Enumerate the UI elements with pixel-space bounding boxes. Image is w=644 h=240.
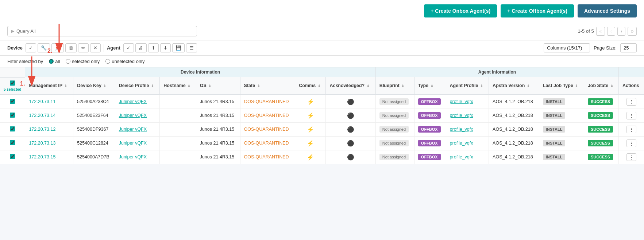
agent-profile-link-1[interactable]: profile_vqfx <box>450 113 473 118</box>
columns-dropdown[interactable]: Columns (15/17) <box>544 43 590 52</box>
row-checkbox-2[interactable] <box>10 126 15 131</box>
col-device-key[interactable]: Device Key ⇕ <box>73 77 115 95</box>
toolbar-wrench-button[interactable]: 🔧 <box>38 43 50 52</box>
cell-apstra-3: AOS_4.1.2_OB.218 <box>489 136 539 150</box>
col-os[interactable]: OS ⇕ <box>196 77 240 95</box>
ack-icon-3: ⚫ <box>347 140 354 146</box>
col-apstra-version[interactable]: Apstra Version ⇕ <box>489 77 539 95</box>
pagination-prev-button[interactable]: ‹ <box>607 27 615 36</box>
col-type[interactable]: Type ⇕ <box>414 77 446 95</box>
ip-link-1[interactable]: 172.20.73.14 <box>29 113 55 118</box>
table-row: 172.20.73.11 525400A238C4 Juniper vQFX J… <box>0 95 644 109</box>
cell-job-type-4: INSTALL <box>539 150 584 164</box>
row-checkbox-0[interactable] <box>10 99 15 104</box>
col-agent-profile[interactable]: Agent Profile ⇕ <box>446 77 489 95</box>
row-checkbox-1[interactable] <box>10 113 15 118</box>
select-all-checkbox[interactable] <box>10 80 15 86</box>
agent-profile-link-0[interactable]: profile_vqfx <box>450 99 473 104</box>
col-device-profile[interactable]: Device Profile ⇕ <box>115 77 160 95</box>
toolbar-trash-button[interactable]: 🗑 <box>65 43 77 52</box>
ip-link-3[interactable]: 172.20.73.13 <box>29 141 55 146</box>
profile-link-0[interactable]: Juniper vQFX <box>119 99 147 104</box>
create-onbox-button[interactable]: + Create Onbox Agent(s) <box>424 4 497 17</box>
cell-actions-4: ⋮ <box>618 150 644 164</box>
toolbar-agent-print-button[interactable]: 🖨 <box>135 43 147 52</box>
filter-selected-radio[interactable] <box>66 59 70 64</box>
toolbar-agent-download-button[interactable]: ⬇ <box>160 43 171 52</box>
toolbar-check-button[interactable]: ✓ <box>26 43 36 52</box>
advanced-settings-button[interactable]: Advanced Settings <box>578 4 637 17</box>
col-management-ip[interactable]: Management IP ⇕ <box>25 77 73 95</box>
cell-job-state-3: SUCCESS <box>584 136 618 150</box>
row-checkbox-cell-3[interactable] <box>0 136 25 150</box>
pagination-last-button[interactable]: » <box>628 27 637 36</box>
actions-menu-button-4[interactable]: ⋮ <box>626 153 636 161</box>
filter-selected-option[interactable]: selected only <box>66 59 100 64</box>
type-badge-4: OFFBOX <box>418 154 441 160</box>
cell-apstra-0: AOS_4.1.2_OB.218 <box>489 95 539 109</box>
col-comms[interactable]: Comms ⇕ <box>295 77 326 95</box>
search-input[interactable] <box>16 28 193 34</box>
toolbar-agent-upload-button[interactable]: ⬆ <box>148 43 159 52</box>
col-acknowledged[interactable]: Acknowledged? ⇕ <box>326 77 375 95</box>
cell-ip-1: 172.20.73.14 <box>25 109 73 122</box>
search-input-wrap[interactable]: ▶ <box>7 26 197 36</box>
filter-label: Filter selected by <box>7 59 43 64</box>
toolbar-agent-save-button[interactable]: 💾 <box>172 43 185 52</box>
ip-link-0[interactable]: 172.20.73.11 <box>29 99 55 104</box>
sort-icon-job-state: ⇕ <box>610 84 613 88</box>
col-blueprint[interactable]: Blueprint ⇕ <box>375 77 414 95</box>
create-offbox-button[interactable]: + Create Offbox Agent(s) <box>501 4 574 17</box>
profile-link-3[interactable]: Juniper vQFX <box>119 141 147 146</box>
state-value-2: OOS-QUARANTINED <box>244 127 289 132</box>
actions-menu-button-3[interactable]: ⋮ <box>626 139 636 147</box>
page-size-dropdown[interactable]: 25 <box>620 43 637 52</box>
ip-link-4[interactable]: 172.20.73.15 <box>29 154 55 160</box>
row-checkbox-3[interactable] <box>10 140 15 145</box>
blueprint-value-0: Not assigned <box>379 98 409 105</box>
sort-icon-ack: ⇕ <box>367 84 370 88</box>
row-checkbox-cell-4[interactable] <box>0 150 25 164</box>
profile-link-2[interactable]: Juniper vQFX <box>119 127 147 132</box>
comms-icon-4: ⚡ <box>307 154 314 160</box>
cell-type-0: OFFBOX <box>414 95 446 109</box>
agent-profile-link-3[interactable]: profile_vqfx <box>450 141 473 146</box>
filter-all-option[interactable]: all <box>49 59 60 64</box>
cell-os-1: Junos 21.4R3.15 <box>196 109 240 122</box>
profile-link-1[interactable]: Juniper vQFX <box>119 113 147 118</box>
cell-job-state-2: SUCCESS <box>584 122 618 136</box>
actions-menu-button-2[interactable]: ⋮ <box>626 126 636 133</box>
row-checkbox-4[interactable] <box>10 154 15 159</box>
ip-link-2[interactable]: 172.20.73.12 <box>29 127 55 132</box>
toolbar-edit-button[interactable]: ✏ <box>78 43 89 52</box>
toolbar-agent-menu-button[interactable]: ☰ <box>186 43 197 52</box>
toolbar-delete-button[interactable]: ✕ <box>90 43 101 52</box>
sort-icon-comms: ⇕ <box>318 84 321 88</box>
cell-ack-0: ⚫ <box>326 95 375 109</box>
main-table: Device Information Agent Information 5 s… <box>0 67 644 164</box>
pagination-next-button[interactable]: › <box>617 27 625 36</box>
cell-ack-2: ⚫ <box>326 122 375 136</box>
cell-ack-3: ⚫ <box>326 136 375 150</box>
cell-state-1: OOS-QUARANTINED <box>240 109 295 122</box>
select-all-checkbox-cell[interactable]: 5 selected <box>0 77 25 95</box>
agent-profile-link-4[interactable]: profile_vqfx <box>450 154 473 160</box>
row-checkbox-cell-1[interactable] <box>0 109 25 122</box>
toolbar-pin-button[interactable]: 📌 <box>51 43 64 52</box>
toolbar-right: Columns (15/17) Page Size: 25 <box>544 43 637 52</box>
pagination-first-button[interactable]: « <box>596 27 605 36</box>
toolbar-agent-check-button[interactable]: ✓ <box>123 43 134 52</box>
filter-unselected-radio[interactable] <box>105 59 110 64</box>
row-checkbox-cell-0[interactable] <box>0 95 25 109</box>
filter-unselected-option[interactable]: unselected only <box>105 59 144 64</box>
agent-profile-link-2[interactable]: profile_vqfx <box>450 127 473 132</box>
actions-menu-button-0[interactable]: ⋮ <box>626 98 636 106</box>
row-checkbox-cell-2[interactable] <box>0 122 25 136</box>
col-job-state[interactable]: Job State ⇕ <box>584 77 618 95</box>
col-hostname[interactable]: Hostname ⇕ <box>160 77 196 95</box>
filter-all-radio[interactable] <box>49 59 54 64</box>
profile-link-4[interactable]: Juniper vQFX <box>119 154 147 160</box>
col-last-job-type[interactable]: Last Job Type ⇕ <box>539 77 584 95</box>
actions-menu-button-1[interactable]: ⋮ <box>626 112 636 119</box>
col-state[interactable]: State ⇕ <box>240 77 295 95</box>
